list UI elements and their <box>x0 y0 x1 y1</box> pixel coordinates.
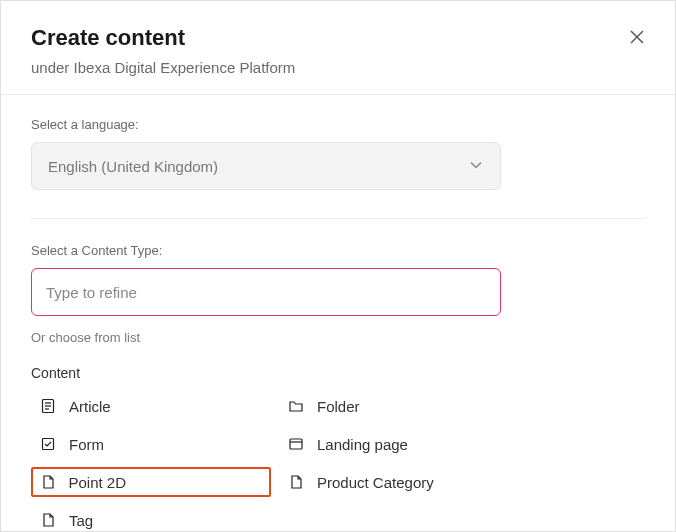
language-value: English (United Kingdom) <box>48 158 218 175</box>
modal-title: Create content <box>31 25 645 51</box>
type-item-point-2d[interactable]: Point 2D <box>31 467 271 497</box>
folder-icon <box>287 397 305 415</box>
type-item-label: Product Category <box>317 474 434 491</box>
type-item-article[interactable]: Article <box>31 391 271 421</box>
file-icon <box>39 473 57 491</box>
close-icon <box>627 27 647 47</box>
landing-page-icon <box>287 435 305 453</box>
file-icon <box>287 473 305 491</box>
type-item-folder[interactable]: Folder <box>279 391 519 421</box>
create-content-modal: Create content under Ibexa Digital Exper… <box>0 0 676 532</box>
content-type-grid: Article Folder <box>31 391 645 532</box>
language-select[interactable]: English (United Kingdom) <box>31 142 501 190</box>
modal-body: Select a language: English (United Kingd… <box>1 95 675 532</box>
svg-rect-6 <box>43 439 54 450</box>
type-item-label: Form <box>69 436 104 453</box>
type-item-label: Landing page <box>317 436 408 453</box>
type-item-form[interactable]: Form <box>31 429 271 459</box>
article-icon <box>39 397 57 415</box>
chevron-down-icon <box>468 157 484 176</box>
modal-subtitle: under Ibexa Digital Experience Platform <box>31 59 645 76</box>
type-item-product-category[interactable]: Product Category <box>279 467 519 497</box>
type-item-label: Tag <box>69 512 93 529</box>
type-item-label: Folder <box>317 398 360 415</box>
type-item-landing-page[interactable]: Landing page <box>279 429 519 459</box>
content-type-label: Select a Content Type: <box>31 243 645 258</box>
refine-input[interactable] <box>46 284 486 301</box>
close-button[interactable] <box>623 23 651 51</box>
file-icon <box>39 511 57 529</box>
type-item-label: Point 2D <box>69 474 127 491</box>
form-icon <box>39 435 57 453</box>
svg-rect-7 <box>290 439 302 449</box>
choose-from-list-label: Or choose from list <box>31 330 645 345</box>
language-label: Select a language: <box>31 117 645 132</box>
type-item-label: Article <box>69 398 111 415</box>
content-group-label: Content <box>31 365 645 381</box>
modal-header: Create content under Ibexa Digital Exper… <box>1 1 675 95</box>
refine-input-wrapper[interactable] <box>31 268 501 316</box>
content-type-section: Select a Content Type: Or choose from li… <box>31 218 645 532</box>
type-item-tag[interactable]: Tag <box>31 505 271 532</box>
